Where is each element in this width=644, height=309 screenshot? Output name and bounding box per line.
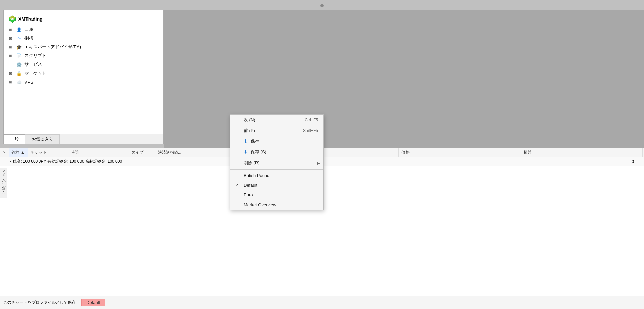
menu-item-british-pound[interactable]: British Pound bbox=[230, 171, 323, 180]
navigator-header[interactable]: XM XMTrading bbox=[6, 13, 161, 25]
menu-next-shortcut: Ctrl+F5 bbox=[305, 118, 318, 122]
camera-dot bbox=[320, 4, 324, 7]
menu-euro-label: Euro bbox=[244, 192, 253, 197]
menu-delete-label: 削除 (R) bbox=[244, 160, 260, 166]
scripts-icon: 📄 bbox=[16, 52, 22, 59]
indicators-label: 指標 bbox=[24, 35, 33, 41]
download-icon-2: ⬇ bbox=[244, 149, 248, 155]
indicators-icon: 〜 bbox=[16, 35, 22, 42]
tree-item-indicators[interactable]: ⊞ 〜 指標 bbox=[6, 34, 161, 43]
menu-item-prev[interactable]: 前 (P) Shift+F5 bbox=[230, 125, 323, 136]
account-profit: 0 bbox=[632, 159, 634, 164]
tree-item-scripts[interactable]: ⊞ 📄 スクリプト bbox=[6, 51, 161, 60]
sort-arrow-icon: ▲ bbox=[21, 150, 25, 155]
context-menu: 次 (N) Ctrl+F5 前 (P) Shift+F5 ⬇ 保存 ⬇ 保存 (… bbox=[230, 114, 324, 210]
expert-label: エキスパートアドバイザ(EA) bbox=[24, 44, 81, 50]
col-time: 時間 bbox=[68, 148, 128, 157]
menu-item-save2[interactable]: ⬇ 保存 (S) bbox=[230, 147, 323, 158]
service-label: サービス bbox=[24, 61, 42, 68]
expand-icon-indicators: ⊞ bbox=[9, 36, 14, 41]
vps-label: VPS bbox=[24, 80, 33, 85]
col-type: タイプ bbox=[128, 148, 155, 157]
tree-item-market[interactable]: ⊞ 🔒 マーケット bbox=[6, 69, 161, 78]
navigator-tree: XM XMTrading ⊞ 👤 口座 ⊞ 〜 指標 ⊞ 🎓 エキスパートアドバ… bbox=[4, 10, 163, 134]
tree-item-service[interactable]: ⊞ ⚙️ サービス bbox=[6, 60, 161, 69]
default-badge-button[interactable]: Default bbox=[81, 299, 105, 306]
svg-text:XM: XM bbox=[10, 18, 14, 21]
menu-market-overview-label: Market Overview bbox=[244, 202, 276, 207]
expand-icon-scripts: ⊞ bbox=[9, 54, 14, 58]
menu-item-euro[interactable]: Euro bbox=[230, 190, 323, 200]
expand-icon-accounts: ⊞ bbox=[9, 28, 14, 32]
menu-save2-label: 保存 (S) bbox=[251, 149, 266, 155]
menu-item-save1[interactable]: ⬇ 保存 bbox=[230, 136, 323, 147]
accounts-label: 口座 bbox=[24, 27, 33, 33]
toolbox-label: ツールボックス bbox=[0, 168, 7, 198]
menu-default-label: Default bbox=[244, 183, 257, 188]
col-symbol[interactable]: 銘柄 ▲ bbox=[9, 148, 28, 157]
navigator-tabs: 一般 お気に入り bbox=[4, 134, 163, 144]
menu-item-next[interactable]: 次 (N) Ctrl+F5 bbox=[230, 115, 323, 125]
expand-icon-vps: ⊞ bbox=[9, 80, 14, 84]
menu-prev-shortcut: Shift+F5 bbox=[303, 128, 318, 133]
col-profit: 損益 bbox=[521, 148, 643, 157]
tree-item-accounts[interactable]: ⊞ 👤 口座 bbox=[6, 25, 161, 34]
menu-prev-label: 前 (P) bbox=[244, 128, 255, 134]
expand-icon-expert: ⊞ bbox=[9, 45, 14, 49]
tree-item-expert[interactable]: ⊞ 🎓 エキスパートアドバイザ(EA) bbox=[6, 43, 161, 51]
tree-item-vps[interactable]: ⊞ ☁️ VPS bbox=[6, 78, 161, 86]
menu-item-default[interactable]: ✓ Default bbox=[230, 180, 323, 190]
account-info-text: 残高: 100 000 JPY 有効証拠金: 100 000 余剰証拠金: 10… bbox=[13, 159, 122, 164]
service-icon: ⚙️ bbox=[16, 61, 22, 68]
scripts-label: スクリプト bbox=[24, 53, 46, 59]
menu-divider-1 bbox=[230, 169, 323, 170]
download-icon-1: ⬇ bbox=[244, 138, 248, 144]
menu-next-label: 次 (N) bbox=[244, 117, 255, 123]
tab-general[interactable]: 一般 bbox=[4, 134, 25, 144]
navigator-header-label: XMTrading bbox=[18, 16, 43, 22]
status-bar-text: このチャートをプロファイルとして保存 bbox=[3, 300, 76, 305]
expand-icon-market: ⊞ bbox=[9, 71, 14, 76]
market-label: マーケット bbox=[24, 70, 46, 76]
menu-item-delete[interactable]: 削除 (R) bbox=[230, 158, 323, 168]
col-ticket: チケット bbox=[28, 148, 68, 157]
tab-favorites[interactable]: お気に入り bbox=[25, 134, 60, 144]
bullet-icon: • bbox=[10, 159, 11, 164]
market-icon: 🔒 bbox=[16, 70, 22, 77]
accounts-icon: 👤 bbox=[16, 26, 22, 33]
vps-icon: ☁️ bbox=[16, 79, 22, 85]
col-price: 価格 bbox=[399, 148, 521, 157]
expert-icon: 🎓 bbox=[16, 44, 22, 50]
menu-item-market-overview[interactable]: Market Overview bbox=[230, 200, 323, 210]
menu-british-pound-label: British Pound bbox=[244, 173, 269, 178]
status-bar: このチャートをプロファイルとして保存 Default bbox=[0, 296, 644, 309]
close-table-button[interactable]: × bbox=[1, 149, 7, 156]
menu-save1-label: 保存 bbox=[251, 138, 259, 144]
navigator-panel: XM XMTrading ⊞ 👤 口座 ⊞ 〜 指標 ⊞ 🎓 エキスパートアドバ… bbox=[3, 10, 164, 144]
xm-logo-icon: XM bbox=[8, 15, 16, 23]
toolbox-text: ツールボックス bbox=[1, 170, 6, 196]
checkmark-icon: ✓ bbox=[235, 183, 241, 188]
